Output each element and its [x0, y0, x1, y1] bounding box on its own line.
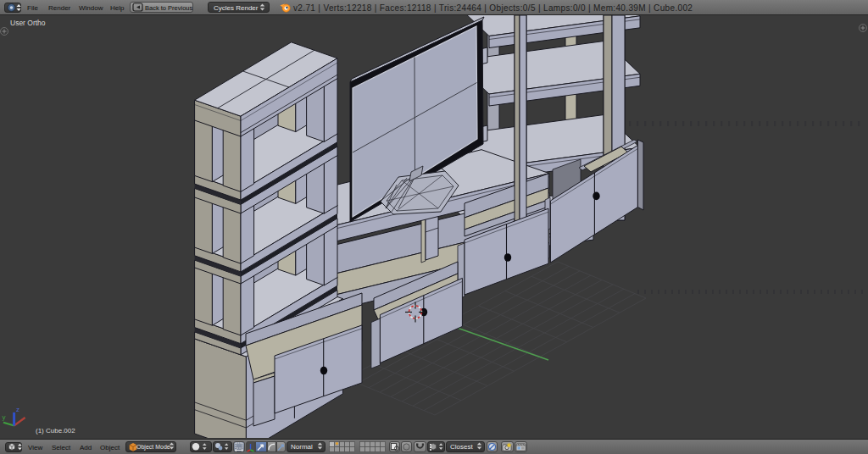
- svg-text:y: y: [3, 413, 6, 421]
- svg-text:z: z: [16, 406, 19, 413]
